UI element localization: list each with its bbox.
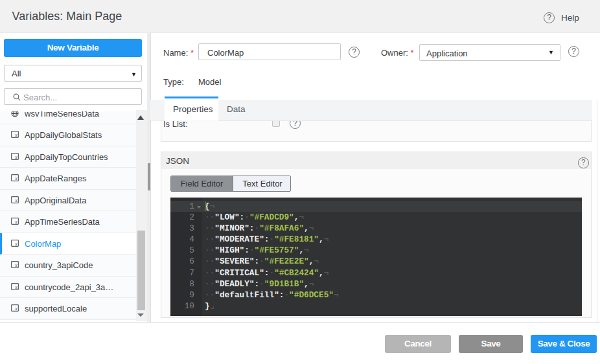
svg-text:x: x bbox=[14, 176, 17, 181]
svg-text:x: x bbox=[14, 262, 17, 268]
svg-text:x: x bbox=[14, 154, 17, 160]
svg-text:x: x bbox=[14, 198, 17, 203]
svg-text:x: x bbox=[14, 132, 17, 138]
svg-text:x: x bbox=[14, 241, 17, 247]
svg-text:x: x bbox=[14, 306, 17, 312]
svg-text:x: x bbox=[14, 219, 17, 225]
svg-text:x: x bbox=[14, 284, 17, 290]
